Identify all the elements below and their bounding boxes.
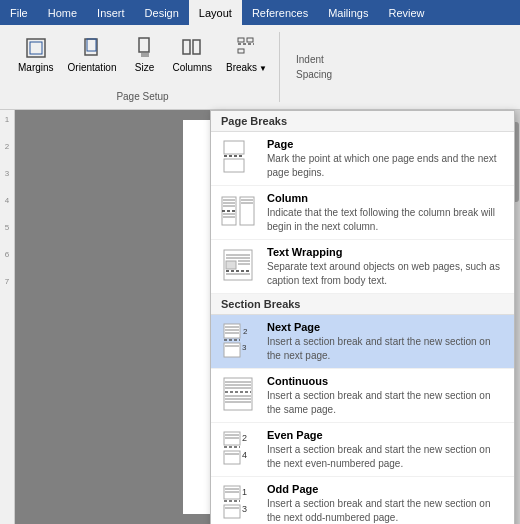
- tab-design[interactable]: Design: [135, 0, 189, 25]
- ribbon-toolbar: Margins Orientation: [0, 25, 520, 110]
- evenpage-break-text: Even Page Insert a section break and sta…: [267, 429, 506, 470]
- page-setup-buttons: Margins Orientation: [14, 32, 271, 76]
- svg-rect-7: [183, 40, 190, 54]
- page-setup-label: Page Setup: [116, 91, 168, 102]
- orientation-label: Orientation: [68, 62, 117, 74]
- margins-button[interactable]: Margins: [14, 32, 58, 76]
- page-break-title: Page: [267, 138, 506, 150]
- breaks-item-evenpage[interactable]: 2 4 Even Page Insert a section break and…: [211, 423, 514, 477]
- ruler-num-1: 1: [5, 115, 9, 124]
- orientation-icon: [78, 34, 106, 62]
- continuous-break-desc: Insert a section break and start the new…: [267, 389, 506, 416]
- breaks-dropdown-arrow: ▼: [259, 64, 267, 73]
- breaks-btn-label-row: Breaks ▼: [226, 62, 267, 74]
- page-break-icon: [219, 138, 257, 176]
- breaks-item-nextpage[interactable]: 2 3 Next Page Insert a section break and…: [211, 315, 514, 369]
- nextpage-break-icon: 2 3: [219, 321, 257, 359]
- textwrap-break-icon: [219, 246, 257, 284]
- page-setup-group: Margins Orientation: [6, 32, 280, 102]
- breaks-item-oddpage[interactable]: 1 3 Odd Page Insert a section break and …: [211, 477, 514, 524]
- breaks-button[interactable]: Breaks ▼: [222, 32, 271, 76]
- svg-rect-34: [224, 324, 240, 338]
- nextpage-break-desc: Insert a section break and start the new…: [267, 335, 506, 362]
- breaks-icon: [232, 34, 260, 62]
- evenpage-break-title: Even Page: [267, 429, 506, 441]
- side-ruler: 1 2 3 4 5 6 7: [0, 110, 15, 524]
- indent-spacing-section: Indent Spacing: [288, 54, 340, 80]
- columns-button[interactable]: Columns: [169, 32, 216, 76]
- size-button[interactable]: Size: [127, 32, 163, 76]
- breaks-label: Breaks: [226, 62, 257, 74]
- continuous-break-title: Continuous: [267, 375, 506, 387]
- evenpage-break-icon: 2 4: [219, 429, 257, 467]
- svg-rect-10: [238, 38, 244, 42]
- oddpage-break-text: Odd Page Insert a section break and star…: [267, 483, 506, 524]
- columns-label: Columns: [173, 62, 212, 74]
- tab-mailings[interactable]: Mailings: [318, 0, 378, 25]
- svg-rect-15: [224, 159, 244, 172]
- evenpage-break-desc: Insert a section break and start the new…: [267, 443, 506, 470]
- page-break-text: Page Mark the point at which one page en…: [267, 138, 506, 179]
- continuous-break-text: Continuous Insert a section break and st…: [267, 375, 506, 416]
- breaks-item-continuous[interactable]: Continuous Insert a section break and st…: [211, 369, 514, 423]
- column-break-icon: [219, 192, 257, 230]
- textwrap-break-desc: Separate text around objects on web page…: [267, 260, 506, 287]
- svg-text:2: 2: [243, 327, 248, 336]
- tab-references[interactable]: References: [242, 0, 318, 25]
- ribbon-tabs: File Home Insert Design Layout Reference…: [0, 0, 520, 25]
- document-area: 1 2 3 4 5 6 7 Page Breaks Page Mark the …: [0, 110, 520, 524]
- svg-text:1: 1: [242, 487, 247, 497]
- page-breaks-header: Page Breaks: [211, 111, 514, 132]
- orientation-button[interactable]: Orientation: [64, 32, 121, 76]
- breaks-item-column[interactable]: Column Indicate that the text following …: [211, 186, 514, 240]
- svg-rect-43: [224, 378, 252, 410]
- size-label: Size: [135, 62, 154, 74]
- ruler-num-6: 6: [5, 250, 9, 259]
- ruler-num-3: 3: [5, 169, 9, 178]
- tab-file[interactable]: File: [0, 0, 38, 25]
- tab-home[interactable]: Home: [38, 0, 87, 25]
- svg-text:3: 3: [242, 343, 247, 352]
- spacing-label: Spacing: [296, 69, 332, 80]
- page-break-desc: Mark the point at which one page ends an…: [267, 152, 506, 179]
- svg-rect-29: [226, 261, 236, 269]
- continuous-break-icon: [219, 375, 257, 413]
- margins-icon: [22, 34, 50, 62]
- section-breaks-header: Section Breaks: [211, 294, 514, 315]
- textwrap-break-title: Text Wrapping: [267, 246, 506, 258]
- indent-label: Indent: [296, 54, 332, 65]
- nextpage-break-text: Next Page Insert a section break and sta…: [267, 321, 506, 362]
- tab-insert[interactable]: Insert: [87, 0, 135, 25]
- size-icon: [131, 34, 159, 62]
- svg-rect-12: [247, 38, 253, 42]
- svg-text:3: 3: [242, 504, 247, 514]
- columns-icon: [178, 34, 206, 62]
- ruler-num-2: 2: [5, 142, 9, 151]
- ruler-num-5: 5: [5, 223, 9, 232]
- breaks-dropdown: Page Breaks Page Mark the point at which…: [210, 110, 515, 524]
- textwrap-break-text: Text Wrapping Separate text around objec…: [267, 246, 506, 287]
- column-break-text: Column Indicate that the text following …: [267, 192, 506, 233]
- ruler-num-7: 7: [5, 277, 9, 286]
- tab-review[interactable]: Review: [379, 0, 435, 25]
- tab-layout[interactable]: Layout: [189, 0, 242, 25]
- oddpage-break-title: Odd Page: [267, 483, 506, 495]
- svg-rect-8: [193, 40, 200, 54]
- svg-rect-3: [87, 39, 96, 51]
- oddpage-break-icon: 1 3: [219, 483, 257, 521]
- ruler-num-4: 4: [5, 196, 9, 205]
- svg-rect-23: [240, 197, 254, 225]
- oddpage-break-desc: Insert a section break and start the new…: [267, 497, 506, 524]
- svg-rect-11: [238, 49, 244, 53]
- svg-rect-39: [224, 343, 240, 357]
- column-break-desc: Indicate that the text following the col…: [267, 206, 506, 233]
- breaks-item-page[interactable]: Page Mark the point at which one page en…: [211, 132, 514, 186]
- breaks-item-textwrap[interactable]: Text Wrapping Separate text around objec…: [211, 240, 514, 294]
- column-break-title: Column: [267, 192, 506, 204]
- margins-label: Margins: [18, 62, 54, 74]
- svg-rect-63: [224, 505, 240, 518]
- svg-rect-55: [224, 451, 240, 464]
- nextpage-break-title: Next Page: [267, 321, 506, 333]
- svg-text:4: 4: [242, 450, 247, 460]
- svg-rect-4: [139, 38, 149, 52]
